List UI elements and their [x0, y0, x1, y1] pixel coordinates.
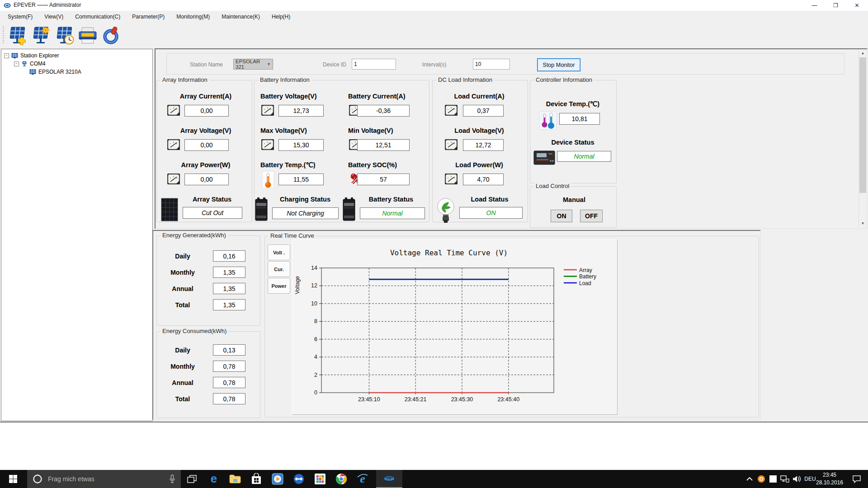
tree-label-com4[interactable]: COM4	[30, 61, 46, 67]
cortana-icon	[33, 474, 42, 484]
station-monitor-button[interactable]	[29, 24, 52, 47]
microphone-icon[interactable]	[169, 474, 175, 483]
tree-node-epsolar[interactable]: EPSOLAR 3210A	[29, 68, 81, 75]
meter-icon	[260, 137, 275, 152]
tree-node-station-explorer[interactable]: − Station Explorer	[4, 52, 59, 59]
search-input[interactable]	[47, 475, 153, 483]
interval-input[interactable]	[473, 59, 510, 70]
group-title: DC Load Information	[436, 76, 494, 83]
start-button[interactable]	[0, 470, 26, 488]
taskbar-chrome[interactable]	[332, 470, 351, 488]
close-button[interactable]: ✕	[847, 0, 867, 11]
scroll-down-icon[interactable]: ▼	[859, 220, 867, 227]
manual-label: Manual	[547, 196, 601, 203]
tree-label-epsolar[interactable]: EPSOLAR 3210A	[38, 69, 81, 75]
taskbar-search[interactable]	[27, 470, 181, 488]
device-id-input[interactable]	[352, 59, 396, 70]
voltage-chart: 0246810121423:45:1023:45:2123:45:3023:45…	[292, 240, 617, 414]
task-view-icon	[187, 474, 197, 483]
media-player-icon	[272, 473, 283, 485]
tray-app-white[interactable]	[767, 470, 779, 488]
printer-icon	[77, 27, 98, 45]
array-current-label: Array Current(A)	[167, 93, 244, 100]
window-title: EPEVER —— Administrator	[14, 2, 81, 8]
menu-parameter[interactable]: Parameter(P)	[126, 11, 170, 23]
tray-clock[interactable]: 23:45 28.10.2016	[814, 471, 845, 487]
stop-monitor-button[interactable]: Stop Monitor	[537, 58, 580, 71]
battery-temp-value: 11,55	[278, 174, 324, 185]
charging-status-value: Not Charging	[272, 207, 339, 219]
print-button[interactable]	[76, 24, 99, 47]
collapse-icon[interactable]: −	[4, 53, 9, 58]
taskbar-store[interactable]	[247, 470, 266, 488]
gen-daily-label: Daily	[164, 253, 202, 260]
load-on-button[interactable]: ON	[551, 210, 572, 222]
scrollbar[interactable]: ▲ ▼	[859, 49, 867, 227]
tab-power[interactable]: Power	[268, 278, 290, 294]
min-voltage-value: 12,51	[357, 139, 410, 151]
svg-text:e: e	[211, 473, 217, 485]
controller-device-icon	[533, 150, 555, 165]
battery-icon	[342, 197, 356, 221]
meter-icon	[444, 137, 458, 152]
array-power-label: Array Power(W)	[167, 161, 244, 169]
svg-text:4: 4	[314, 354, 317, 360]
taskbar-edge[interactable]: e	[204, 470, 223, 488]
device-temp-label: Device Temp.(℃)	[539, 100, 607, 108]
action-center-button[interactable]	[849, 470, 864, 488]
gen-annual-value: 1,35	[213, 283, 245, 294]
menu-help[interactable]: Help(H)	[266, 11, 296, 23]
collapse-icon[interactable]: −	[14, 61, 19, 66]
array-status-value: Cut Out	[183, 207, 242, 219]
group-title: Battery Information	[258, 76, 311, 83]
tab-voltage[interactable]: Volt .	[268, 244, 290, 260]
battery-current-label: Battery Current(A)	[348, 93, 439, 100]
add-station-button[interactable]	[5, 24, 29, 47]
device-temp-value: 10,81	[559, 113, 600, 125]
epever-logo-icon	[4, 2, 11, 9]
tree-label-station-explorer[interactable]: Station Explorer	[20, 52, 59, 59]
menu-communication[interactable]: Communication(C)	[69, 11, 126, 23]
taskbar-app-grid[interactable]	[311, 470, 330, 488]
taskbar-explorer[interactable]	[226, 470, 245, 488]
menu-system[interactable]: System(F)	[2, 11, 38, 23]
svg-text:12: 12	[311, 282, 317, 289]
scrollbar-thumb[interactable]	[859, 57, 866, 193]
array-power-value: 0,00	[184, 174, 229, 185]
speaker-icon	[792, 475, 801, 483]
power-button[interactable]	[99, 24, 123, 47]
chart-panel: 0246810121423:45:1023:45:2123:45:3023:45…	[292, 239, 618, 415]
con-total-label: Total	[164, 395, 202, 403]
power-icon	[102, 26, 121, 45]
tray-app-orange[interactable]	[755, 470, 767, 488]
group-title: Energy Generated(kWh)	[160, 232, 228, 239]
task-view-button[interactable]	[183, 470, 201, 488]
tray-chevron[interactable]	[744, 470, 755, 488]
menu-maintenance[interactable]: Maintenance(K)	[216, 11, 266, 23]
taskbar-epever-active[interactable]: EPEVER	[376, 470, 402, 488]
taskbar-teamviewer[interactable]	[289, 470, 308, 488]
battery-voltage-label: Battery Voltage(V)	[260, 93, 351, 100]
load-off-button[interactable]: OFF	[580, 210, 603, 222]
taskbar-ie[interactable]: e	[353, 470, 372, 488]
scroll-up-icon[interactable]: ▲	[859, 49, 867, 57]
menu-monitoring[interactable]: Monitoring(M)	[170, 11, 216, 23]
minimize-button[interactable]: —	[804, 0, 825, 11]
station-name-select[interactable]: EPSOLAR 321 ▼	[233, 59, 273, 70]
battery-current-value: -0,36	[357, 105, 410, 117]
toolbar-gripper	[3, 26, 4, 44]
taskbar-media-player[interactable]	[268, 470, 287, 488]
load-power-label: Load Power(W)	[443, 161, 515, 169]
solar-panel-icon	[11, 53, 18, 59]
tray-volume[interactable]	[791, 470, 802, 488]
action-center-icon	[852, 474, 861, 483]
battery-status-value: Normal	[360, 207, 425, 219]
station-history-button[interactable]	[52, 24, 76, 47]
tree-node-com4[interactable]: − COM4	[14, 60, 46, 67]
svg-text:23:45:30: 23:45:30	[451, 396, 473, 403]
tab-current[interactable]: Cur.	[268, 261, 290, 277]
tray-date: 28.10.2016	[814, 479, 845, 487]
restore-button[interactable]: ❐	[826, 0, 846, 11]
menu-view[interactable]: View(V)	[38, 11, 69, 23]
tray-network[interactable]	[779, 470, 791, 488]
